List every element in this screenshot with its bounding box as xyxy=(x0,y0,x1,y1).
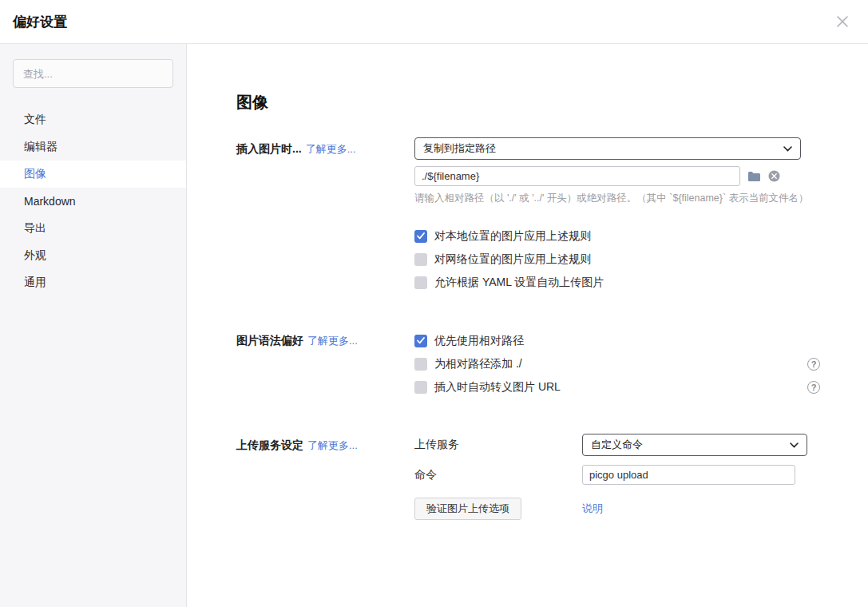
path-input-row xyxy=(414,166,820,186)
section-syntax-pref: 图片语法偏好了解更多... 优先使用相对路径 为相对路径添加 ./ xyxy=(236,329,868,399)
insert-image-learn-more-link[interactable]: 了解更多... xyxy=(306,143,356,155)
checkbox-row-apply-local[interactable]: 对本地位置的图片应用上述规则 xyxy=(414,224,820,248)
insert-image-label: 插入图片时... xyxy=(236,142,302,155)
upload-service-select-value: 自定义命令 xyxy=(591,438,643,452)
validate-upload-button[interactable]: 验证图片上传选项 xyxy=(414,498,521,520)
sidebar-item-export[interactable]: 导出 xyxy=(0,215,186,242)
checkbox-escape-url[interactable] xyxy=(414,381,427,394)
chevron-down-icon xyxy=(783,146,792,152)
sidebar: 文件 编辑器 图像 Markdown 导出 外观 通用 xyxy=(0,44,187,607)
upload-service-label: 上传服务设定 xyxy=(236,438,303,451)
chevron-down-icon xyxy=(790,442,799,448)
insert-image-checkboxes: 对本地位置的图片应用上述规则 对网络位置的图片应用上述规则 xyxy=(414,224,820,294)
path-hint-text: 请输入相对路径（以 './' 或 '../' 开头）或绝对路径。（其中 `${f… xyxy=(414,192,820,205)
insert-action-select[interactable]: 复制到指定路径 xyxy=(414,137,801,160)
preferences-dialog: 偏好设置 文件 编辑器 图像 Markdown 导出 外观 通用 图像 xyxy=(0,0,868,607)
folder-icon[interactable] xyxy=(747,171,761,182)
copy-path-input[interactable] xyxy=(414,166,740,186)
help-question-icon[interactable]: ? xyxy=(807,358,820,371)
command-input[interactable] xyxy=(582,465,795,485)
validate-row: 验证图片上传选项 说明 xyxy=(414,498,820,520)
dialog-title: 偏好设置 xyxy=(13,13,67,31)
insert-image-controls: 复制到指定路径 请输入相对路径（以 './ xyxy=(414,137,820,294)
checkbox-apply-local[interactable] xyxy=(414,230,427,243)
sidebar-item-file[interactable]: 文件 xyxy=(0,106,186,133)
checkbox-yaml-upload[interactable] xyxy=(414,276,427,289)
checkbox-row-yaml-upload[interactable]: 允许根据 YAML 设置自动上传图片 xyxy=(414,271,820,294)
section-upload-service: 上传服务设定了解更多... 上传服务 自定义命令 命令 xyxy=(236,434,868,520)
checkbox-label: 优先使用相对路径 xyxy=(434,334,524,348)
command-row: 命令 xyxy=(414,465,820,485)
checkbox-label: 对本地位置的图片应用上述规则 xyxy=(434,229,591,244)
sidebar-item-image[interactable]: 图像 xyxy=(0,161,186,188)
sidebar-item-markdown[interactable]: Markdown xyxy=(0,188,186,215)
checkbox-row-add-dot-slash[interactable]: 为相对路径添加 ./ ? xyxy=(414,352,820,375)
checkbox-row-apply-network[interactable]: 对网络位置的图片应用上述规则 xyxy=(414,248,820,271)
insert-action-select-value: 复制到指定路径 xyxy=(423,141,496,156)
sidebar-item-appearance[interactable]: 外观 xyxy=(0,242,186,269)
page-title: 图像 xyxy=(236,92,868,113)
upload-service-field-label: 上传服务 xyxy=(414,438,582,452)
sidebar-item-general[interactable]: 通用 xyxy=(0,269,186,296)
checkbox-label: 对网络位置的图片应用上述规则 xyxy=(434,252,591,267)
section-label-col: 上传服务设定了解更多... xyxy=(236,434,414,520)
section-label-col: 图片语法偏好了解更多... xyxy=(236,329,414,399)
checkbox-label: 为相对路径添加 ./ xyxy=(434,357,522,371)
command-field-label: 命令 xyxy=(414,468,582,482)
search-box xyxy=(13,59,173,88)
search-input[interactable] xyxy=(13,59,173,88)
checkbox-add-dot-slash[interactable] xyxy=(414,358,427,371)
checkbox-row-escape-url[interactable]: 插入时自动转义图片 URL ? xyxy=(414,375,820,399)
upload-service-row: 上传服务 自定义命令 xyxy=(414,434,820,456)
checkbox-apply-network[interactable] xyxy=(414,253,427,266)
close-icon[interactable] xyxy=(836,15,849,28)
sidebar-item-editor[interactable]: 编辑器 xyxy=(0,133,186,161)
upload-help-link[interactable]: 说明 xyxy=(582,502,603,516)
checkbox-row-prefer-relative[interactable]: 优先使用相对路径 xyxy=(414,329,820,352)
upload-service-select[interactable]: 自定义命令 xyxy=(582,434,807,456)
validate-button-wrap: 验证图片上传选项 xyxy=(414,498,582,520)
section-label-col: 插入图片时...了解更多... xyxy=(236,137,414,294)
sidebar-menu: 文件 编辑器 图像 Markdown 导出 外观 通用 xyxy=(0,106,186,296)
upload-service-learn-more-link[interactable]: 了解更多... xyxy=(307,439,358,451)
syntax-pref-label: 图片语法偏好 xyxy=(236,334,303,347)
syntax-pref-learn-more-link[interactable]: 了解更多... xyxy=(307,335,358,347)
checkbox-label: 允许根据 YAML 设置自动上传图片 xyxy=(434,276,604,290)
checkbox-label: 插入时自动转义图片 URL xyxy=(434,380,561,395)
checkbox-prefer-relative[interactable] xyxy=(414,335,427,347)
dialog-body: 文件 编辑器 图像 Markdown 导出 外观 通用 图像 插入图片时...了… xyxy=(0,44,868,607)
help-question-icon[interactable]: ? xyxy=(807,381,820,394)
upload-service-controls: 上传服务 自定义命令 命令 验证图 xyxy=(414,434,820,520)
clear-circle-icon[interactable] xyxy=(768,170,780,182)
dialog-header: 偏好设置 xyxy=(0,0,868,44)
syntax-pref-controls: 优先使用相对路径 为相对路径添加 ./ ? 插入时自动转义图片 URL xyxy=(414,329,820,399)
section-insert-image: 插入图片时...了解更多... 复制到指定路径 xyxy=(236,137,868,294)
settings-content: 图像 插入图片时...了解更多... 复制到指定路径 xyxy=(187,44,868,607)
